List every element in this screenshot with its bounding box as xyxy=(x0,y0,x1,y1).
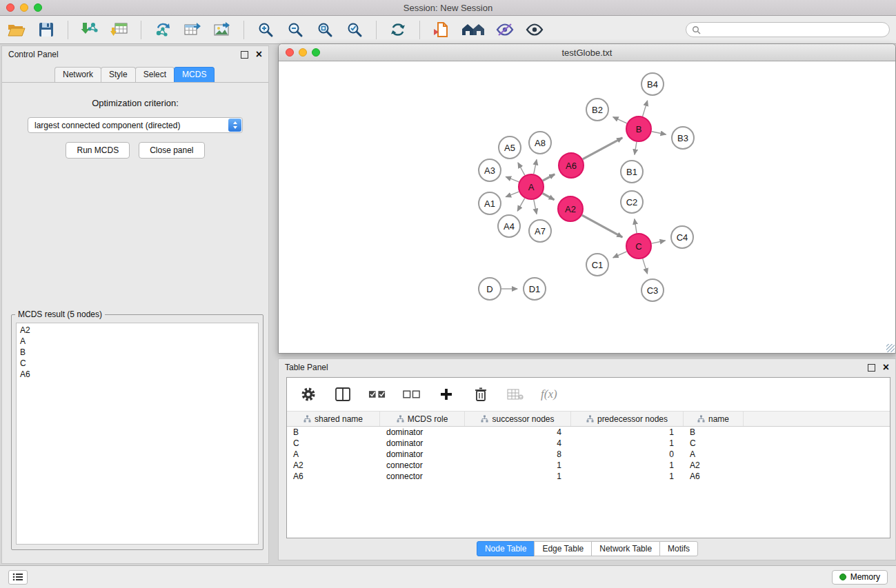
run-mcds-button[interactable]: Run MCDS xyxy=(66,142,130,159)
table-cell[interactable]: 1 xyxy=(465,472,571,481)
graph-edge-A-A6[interactable] xyxy=(543,174,555,181)
table-cell[interactable]: dominator xyxy=(380,438,465,448)
import-network-button[interactable] xyxy=(79,19,100,41)
minimize-window-icon[interactable] xyxy=(20,3,28,12)
zoom-fit-button[interactable] xyxy=(315,19,335,41)
network-graph[interactable]: B4B2BB3A5A8A6B1A3AC2A1A2A4A7C4CC1C3DD1 xyxy=(279,61,895,353)
table-row[interactable]: Cdominator41C xyxy=(287,438,890,449)
close-panel-button[interactable]: Close panel xyxy=(139,142,204,159)
graph-edge-A-A4[interactable] xyxy=(517,199,524,212)
table-row[interactable]: Bdominator41B xyxy=(287,427,890,438)
graph-edge-C-C4[interactable] xyxy=(652,241,666,243)
graph-edge-A-A1[interactable] xyxy=(506,192,519,197)
graph-edge-A2-C[interactable] xyxy=(582,215,623,237)
table-cell[interactable]: 1 xyxy=(465,460,571,470)
zoom-out-button[interactable] xyxy=(285,19,306,41)
zoom-selected-button[interactable] xyxy=(344,19,365,41)
table-cell[interactable]: B xyxy=(684,427,744,437)
table-cell[interactable]: A2 xyxy=(684,460,744,470)
table-cell[interactable]: A2 xyxy=(287,460,380,470)
table-cell[interactable]: 0 xyxy=(571,449,684,459)
maximize-view-icon[interactable] xyxy=(312,48,320,57)
graph-edge-A-A8[interactable] xyxy=(534,159,537,174)
table-cell[interactable]: connector xyxy=(380,472,465,481)
mcds-result-item[interactable]: C xyxy=(20,358,255,369)
resize-grip[interactable] xyxy=(886,344,895,352)
memory-button[interactable]: Memory xyxy=(832,570,888,585)
float-panel-icon[interactable] xyxy=(241,51,248,59)
table-cell[interactable]: A xyxy=(287,449,380,459)
mcds-result-item[interactable]: B xyxy=(20,347,255,358)
select-all-button[interactable] xyxy=(368,383,386,405)
mcds-result-list[interactable]: A2ABCA6 xyxy=(16,323,259,545)
column-header-predecessor-nodes[interactable]: predecessor nodes xyxy=(571,412,684,426)
column-header-successor-nodes[interactable]: successor nodes xyxy=(465,412,571,426)
close-view-icon[interactable] xyxy=(286,48,294,57)
table-cell[interactable]: 8 xyxy=(465,449,571,459)
column-header-shared-name[interactable]: shared name xyxy=(287,412,380,426)
graph-edge-A-A3[interactable] xyxy=(506,176,519,182)
control-tab-network[interactable]: Network xyxy=(54,67,101,82)
import-table-button[interactable] xyxy=(109,19,130,41)
graph-edge-B-B4[interactable] xyxy=(643,101,648,116)
deselect-all-button[interactable] xyxy=(403,383,421,405)
save-session-button[interactable] xyxy=(36,19,57,41)
table-tab-node-table[interactable]: Node Table xyxy=(477,541,535,556)
table-row[interactable]: A6connector11A6 xyxy=(287,471,890,482)
table-cell[interactable]: connector xyxy=(380,460,465,470)
optimization-criterion-dropdown[interactable]: largest connected component (directed) xyxy=(28,117,243,133)
table-tab-network-table[interactable]: Network Table xyxy=(591,541,660,556)
table-row[interactable]: A2connector11A2 xyxy=(287,460,890,471)
maximize-window-icon[interactable] xyxy=(34,3,42,12)
graphics-details-button[interactable] xyxy=(495,19,515,41)
graph-edge-B-B3[interactable] xyxy=(652,132,666,134)
close-table-panel-icon[interactable]: × xyxy=(883,363,889,372)
table-cell[interactable]: dominator xyxy=(380,449,465,459)
mcds-result-item[interactable]: A6 xyxy=(20,369,255,380)
float-table-panel-icon[interactable] xyxy=(868,364,875,372)
minimize-view-icon[interactable] xyxy=(299,48,307,57)
mcds-result-item[interactable]: A2 xyxy=(20,325,255,336)
task-history-button[interactable] xyxy=(8,570,28,585)
export-network-button[interactable] xyxy=(152,19,173,41)
delete-column-button[interactable] xyxy=(506,383,524,405)
table-row[interactable]: Adominator80A xyxy=(287,449,890,460)
table-cell[interactable]: A xyxy=(684,449,744,459)
control-tab-mcds[interactable]: MCDS xyxy=(174,67,215,82)
graph-edge-A-A2[interactable] xyxy=(543,193,555,199)
column-header-MCDS-role[interactable]: MCDS role xyxy=(380,412,465,426)
control-tab-style[interactable]: Style xyxy=(101,67,136,82)
graph-edge-B-B2[interactable] xyxy=(613,117,627,123)
toggle-column-view-button[interactable] xyxy=(334,383,352,405)
table-cell[interactable]: 4 xyxy=(465,438,571,448)
table-cell[interactable]: C xyxy=(684,438,744,448)
graph-edge-C-C3[interactable] xyxy=(643,258,648,274)
table-cell[interactable]: 4 xyxy=(465,427,571,437)
table-cell[interactable]: A6 xyxy=(684,472,744,481)
graph-edge-A6-B[interactable] xyxy=(583,138,623,159)
close-window-icon[interactable] xyxy=(6,3,14,12)
close-panel-icon[interactable]: × xyxy=(256,50,262,59)
export-image-button[interactable] xyxy=(212,19,232,41)
graph-edge-C-C1[interactable] xyxy=(613,252,627,258)
column-header-name[interactable]: name xyxy=(684,412,744,426)
table-cell[interactable]: C xyxy=(287,438,380,448)
table-cell[interactable]: 1 xyxy=(571,438,684,448)
home-button[interactable] xyxy=(461,19,486,41)
table-settings-button[interactable] xyxy=(299,383,317,405)
control-tab-select[interactable]: Select xyxy=(135,67,175,82)
graph-edge-C-C2[interactable] xyxy=(635,219,637,234)
open-session-button[interactable] xyxy=(6,19,27,41)
table-cell[interactable]: dominator xyxy=(380,427,465,437)
network-canvas[interactable]: B4B2BB3A5A8A6B1A3AC2A1A2A4A7C4CC1C3DD1 xyxy=(279,61,895,353)
table-cell[interactable]: 1 xyxy=(571,472,684,481)
table-cell[interactable]: A6 xyxy=(287,472,380,481)
add-row-button[interactable] xyxy=(437,383,455,405)
table-tab-motifs[interactable]: Motifs xyxy=(659,541,698,556)
graph-edge-A-A7[interactable] xyxy=(534,200,537,214)
function-builder-icon[interactable]: f(x) xyxy=(541,387,557,401)
delete-row-button[interactable] xyxy=(472,383,490,405)
table-tab-edge-table[interactable]: Edge Table xyxy=(534,541,592,556)
search-box[interactable] xyxy=(686,22,890,37)
graph-edge-A-A5[interactable] xyxy=(518,163,525,175)
